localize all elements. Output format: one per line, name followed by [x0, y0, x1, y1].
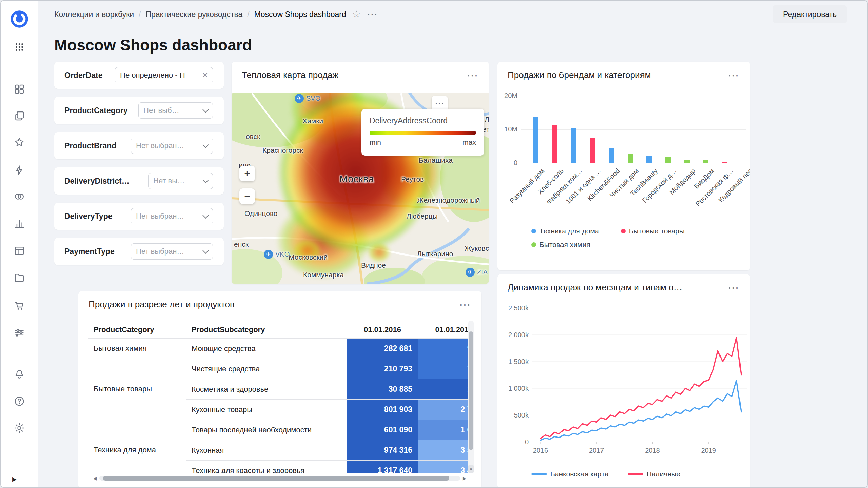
- filter-card: ProductCategoryНет выб…: [54, 97, 224, 124]
- widget-menu-icon[interactable]: ⋯: [467, 72, 479, 79]
- dashboards-icon[interactable]: [10, 80, 29, 99]
- edit-button[interactable]: Редактировать: [773, 5, 847, 23]
- legend-item[interactable]: Техника для дома: [531, 227, 599, 235]
- scroll-left-button[interactable]: ◂: [93, 475, 97, 482]
- svg-text:2019: 2019: [701, 447, 716, 454]
- map-label: Реутов: [401, 175, 424, 183]
- filters-column: OrderDateНе определено - Н×ProductCatego…: [54, 62, 224, 273]
- value-cell: 210 793: [347, 359, 418, 379]
- airport-code: SVO: [306, 95, 320, 102]
- legend-item[interactable]: Бытовые товары: [621, 227, 685, 235]
- legend-item[interactable]: Наличные: [628, 470, 680, 478]
- bar[interactable]: [552, 125, 557, 163]
- zoom-in-button[interactable]: +: [239, 166, 255, 181]
- line-chart-svg: 0500k1 000k1 500k2 000k2 500k20162017201…: [497, 274, 750, 464]
- filter-control[interactable]: Нет выб…: [138, 102, 213, 119]
- scrollbar-thumb[interactable]: [103, 476, 449, 481]
- bar[interactable]: [590, 138, 595, 163]
- y-axis-label: 0: [497, 159, 517, 167]
- map-legend-title: DeliveryAddressCoord: [370, 116, 476, 125]
- category-cell: Бытовые товары: [88, 379, 186, 440]
- bar[interactable]: [571, 128, 576, 163]
- column-header[interactable]: 01.01.2016: [347, 321, 418, 339]
- apps-grid-icon[interactable]: [10, 38, 29, 57]
- favorites-star-icon[interactable]: [10, 133, 29, 152]
- breadcrumb-item[interactable]: Moscow Shops dashboard: [254, 10, 346, 19]
- legend-line-sample: [628, 473, 643, 475]
- zoom-out-button[interactable]: −: [239, 188, 255, 204]
- scrollbar-track[interactable]: [99, 476, 460, 481]
- notifications-bell-icon[interactable]: [10, 365, 29, 384]
- map-label: Л: [485, 116, 489, 124]
- map-canvas[interactable]: ХимкиовскКрасногорскиноМоскваБалашихаРеу…: [232, 93, 489, 284]
- map-label: Железнодорожный: [417, 196, 480, 204]
- datasets-icon[interactable]: [10, 187, 29, 206]
- legend-item[interactable]: Бытовая химия: [531, 241, 590, 249]
- scrollbar-thumb[interactable]: [469, 331, 473, 450]
- y-axis-label: 10M: [497, 125, 517, 133]
- column-header[interactable]: 01.01.201: [418, 321, 468, 339]
- breadcrumb-item[interactable]: Коллекции и воркбуки: [54, 10, 134, 19]
- map-label: енск: [234, 240, 249, 248]
- map-label: Жуковс: [465, 244, 489, 252]
- legend-dot: [531, 229, 536, 233]
- bar[interactable]: [628, 154, 633, 163]
- bar[interactable]: [665, 157, 671, 163]
- breadcrumb-menu-icon[interactable]: ⋯: [367, 9, 378, 20]
- filter-control[interactable]: Нет выбран…: [131, 138, 213, 154]
- legend-label: Бытовая химия: [539, 241, 590, 249]
- bar[interactable]: [646, 156, 652, 163]
- bar[interactable]: [609, 148, 614, 163]
- vertical-scrollbar[interactable]: ▾: [468, 321, 474, 473]
- horizontal-scrollbar[interactable]: ◂ ▸: [93, 474, 466, 482]
- svg-text:0: 0: [525, 438, 529, 446]
- line-legend: Банковская картаНаличные: [531, 470, 680, 478]
- airport-code: VKO: [275, 250, 290, 258]
- scroll-right-button[interactable]: ▸: [463, 475, 466, 482]
- column-header[interactable]: ProductSubcategory: [186, 321, 347, 339]
- filter-control[interactable]: Не определено - Н×: [115, 67, 213, 83]
- map-label: овск: [246, 133, 260, 141]
- subcategory-cell: Косметика и здоровье: [186, 379, 347, 400]
- bar[interactable]: [741, 163, 746, 163]
- table-widget: Продажи в разрезе лет и продуктов ⋯ Prod…: [78, 291, 481, 488]
- help-icon[interactable]: [10, 392, 29, 411]
- favorite-star-icon[interactable]: ☆: [352, 9, 361, 19]
- bar[interactable]: [684, 160, 690, 163]
- connections-bolt-icon[interactable]: [10, 161, 29, 180]
- map-label: Лыткарино: [417, 250, 453, 258]
- sidebar-expand-icon[interactable]: ▸: [12, 474, 17, 484]
- storage-folder-icon[interactable]: [10, 268, 29, 287]
- value-cell: 974 316: [347, 440, 418, 461]
- breadcrumb-item[interactable]: Практические руководства: [145, 10, 242, 19]
- tables-icon[interactable]: [10, 241, 29, 260]
- filter-control[interactable]: Нет выбран…: [131, 208, 213, 224]
- filter-control[interactable]: Нет выбран…: [131, 243, 213, 260]
- gridline: [521, 96, 746, 96]
- filter-control[interactable]: Нет вы…: [148, 173, 213, 189]
- settings-gear-icon[interactable]: [10, 419, 29, 438]
- filter-label: OrderDate: [64, 71, 102, 80]
- charts-icon[interactable]: [10, 214, 29, 233]
- bar[interactable]: [703, 160, 708, 163]
- value-cell: 801 903: [347, 400, 418, 420]
- legend-min-label: min: [370, 138, 381, 146]
- bar[interactable]: [722, 162, 727, 163]
- bar[interactable]: [533, 117, 538, 163]
- filter-card: PaymentTypeНет выбран…: [54, 238, 224, 265]
- filter-value: Нет выбран…: [136, 141, 184, 150]
- scroll-down-button[interactable]: ▾: [468, 465, 474, 473]
- clear-icon[interactable]: ×: [202, 70, 208, 80]
- services-sliders-icon[interactable]: [10, 323, 29, 342]
- widget-menu-icon[interactable]: ⋯: [459, 301, 471, 308]
- collections-icon[interactable]: [10, 106, 29, 125]
- value-cell: 103: [418, 379, 468, 400]
- column-header[interactable]: ProductCategory: [88, 321, 186, 339]
- marketplace-cart-icon[interactable]: [10, 296, 29, 315]
- datalens-logo-icon[interactable]: [10, 9, 29, 28]
- category-cell: Техника для дома: [88, 440, 186, 474]
- filter-card: DeliveryTypeНет выбран…: [54, 203, 224, 230]
- filter-label: DeliveryDistrict…: [64, 177, 130, 186]
- legend-item[interactable]: Банковская карта: [531, 470, 609, 478]
- line-series: [540, 380, 741, 440]
